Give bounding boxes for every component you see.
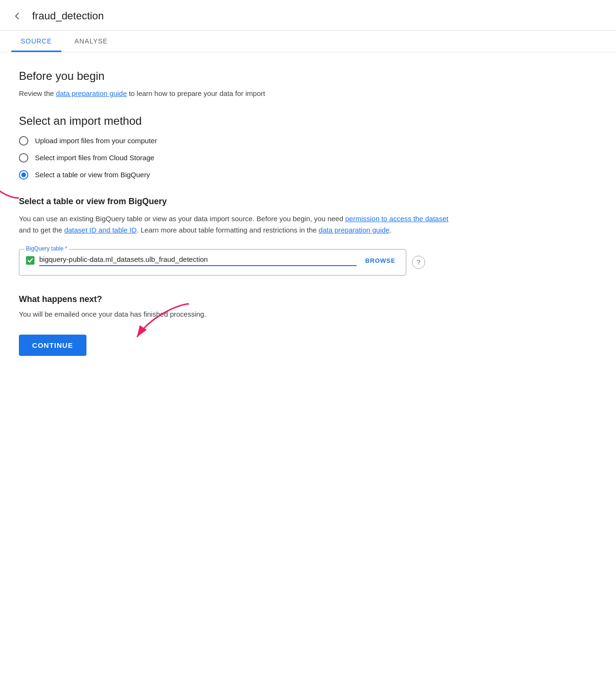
import-method-options: Upload import files from your computer S…	[19, 136, 453, 180]
valid-checkbox	[26, 256, 34, 265]
checkmark-icon	[27, 258, 33, 263]
radio-cloud-label: Select import files from Cloud Storage	[35, 154, 154, 162]
bigquery-section-desc: You can use an existing BigQuery table o…	[19, 213, 453, 236]
help-icon[interactable]: ?	[412, 256, 425, 269]
tab-analyse[interactable]: ANALYSE	[65, 31, 117, 52]
tab-source[interactable]: SOURCE	[11, 31, 61, 52]
bigquery-field-label: BigQuery table *	[24, 245, 69, 252]
main-content: Before you begin Review the data prepara…	[0, 52, 472, 384]
arrow-continue-annotation	[123, 302, 198, 344]
permission-link[interactable]: permission to access the dataset	[345, 215, 448, 223]
page-title: fraud_detection	[32, 10, 104, 22]
bq-desc-period: .	[390, 226, 392, 234]
browse-button[interactable]: BROWSE	[361, 257, 399, 264]
bq-desc-2: and to get the	[19, 226, 64, 234]
before-begin-description: Review the data preparation guide to lea…	[19, 88, 453, 99]
radio-upload-label: Upload import files from your computer	[35, 137, 157, 145]
continue-button[interactable]: CONTINUE	[19, 335, 86, 356]
bq-desc-3: . Learn more about table formatting and …	[137, 226, 318, 234]
page-header: fraud_detection	[0, 0, 616, 31]
bigquery-table-value: bigquery-public-data.ml_datasets.ulb_fra…	[39, 255, 357, 266]
bigquery-section-title: Select a table or view from BigQuery	[19, 197, 453, 207]
radio-upload-circle	[19, 136, 28, 146]
text-field-inner: bigquery-public-data.ml_datasets.ulb_fra…	[26, 255, 399, 266]
back-button[interactable]	[9, 9, 25, 24]
description-suffix: to learn how to prepare your data for im…	[127, 89, 265, 97]
radio-cloud[interactable]: Select import files from Cloud Storage	[19, 153, 453, 163]
what-next-description: You will be emailed once your data has f…	[19, 309, 453, 320]
import-method-title: Select an import method	[19, 114, 453, 128]
dataset-id-link[interactable]: dataset ID and table ID	[64, 226, 137, 234]
radio-bigquery[interactable]: Select a table or view from BigQuery	[19, 170, 453, 180]
radio-cloud-circle	[19, 153, 28, 163]
bigquery-field-container: BigQuery table * bigquery-public-data.ml…	[19, 249, 453, 276]
data-prep-guide-link[interactable]: data preparation guide	[56, 89, 127, 97]
bq-desc-1: You can use an existing BigQuery table o…	[19, 215, 345, 223]
description-prefix: Review the	[19, 89, 56, 97]
continue-area: CONTINUE	[19, 335, 86, 356]
radio-bigquery-label: Select a table or view from BigQuery	[35, 171, 150, 179]
radio-upload[interactable]: Upload import files from your computer	[19, 136, 453, 146]
data-prep-guide-link-2[interactable]: data preparation guide	[319, 226, 390, 234]
radio-bigquery-row: Select a table or view from BigQuery	[19, 170, 453, 180]
tab-bar: SOURCE ANALYSE	[0, 31, 616, 52]
what-next-title: What happens next?	[19, 294, 453, 304]
before-begin-title: Before you begin	[19, 69, 453, 83]
radio-bigquery-circle	[19, 170, 28, 180]
bigquery-table-field[interactable]: BigQuery table * bigquery-public-data.ml…	[19, 249, 406, 276]
